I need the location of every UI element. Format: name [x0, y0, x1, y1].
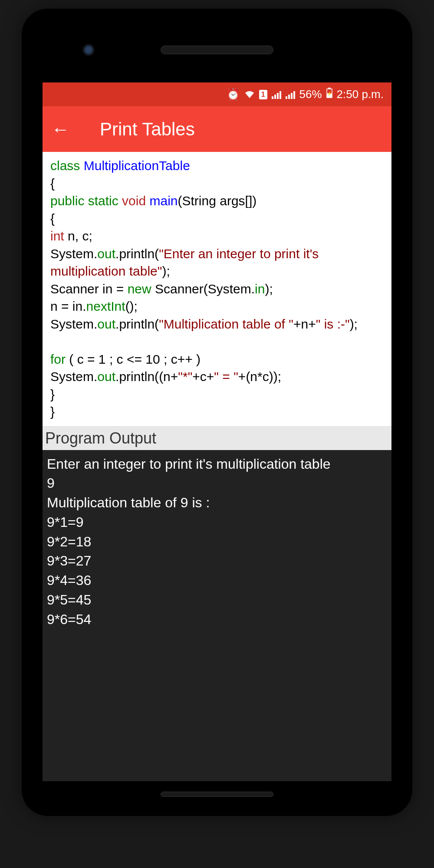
code-line: } — [50, 403, 384, 421]
status-bar: ⏰ 1 56% ⚡ 2:50 p.m. — [43, 82, 391, 106]
code-line: { — [50, 210, 384, 228]
code-line: Scanner in = new Scanner(System.in); — [50, 280, 384, 298]
code-line: n = in.nextInt(); — [50, 298, 384, 316]
signal-icon-2 — [286, 90, 295, 99]
phone-bottom-bezel — [30, 781, 404, 807]
battery-icon: ⚡ — [326, 88, 332, 101]
phone-frame: ⏰ 1 56% ⚡ 2:50 p.m. ← Print Tables — [22, 9, 412, 816]
code-line: int n, c; — [50, 227, 384, 245]
signal-icon-1 — [272, 90, 281, 99]
output-line: Enter an integer to print it's multiplic… — [47, 454, 387, 474]
output-line: 9*3=27 — [47, 551, 387, 571]
output-header: Program Output — [43, 426, 391, 450]
sim-badge: 1 — [259, 90, 267, 99]
back-button[interactable]: ← — [51, 119, 69, 140]
code-line: System.out.println("Enter an integer to … — [50, 245, 384, 280]
status-icons: ⏰ 1 56% ⚡ 2:50 p.m. — [226, 88, 384, 101]
output-line: 9*5=45 — [47, 590, 387, 610]
code-line: class MultiplicationTable — [50, 157, 384, 175]
code-line: { — [50, 175, 384, 193]
code-viewer[interactable]: class MultiplicationTable { public stati… — [43, 152, 391, 426]
code-line: for ( c = 1 ; c <= 10 ; c++ ) — [50, 351, 384, 368]
battery-percent: 56% — [299, 88, 322, 101]
alarm-icon: ⏰ — [226, 88, 240, 101]
code-line — [50, 333, 384, 351]
wifi-icon — [244, 88, 255, 101]
output-line: 9*6=54 — [47, 610, 387, 629]
phone-body: ⏰ 1 56% ⚡ 2:50 p.m. ← Print Tables — [30, 17, 404, 807]
phone-top-bezel — [30, 17, 404, 82]
code-line: System.out.println((n+"*"+c+" = "+(n*c))… — [50, 368, 384, 386]
output-line: Multiplication table of 9 is : — [47, 493, 387, 513]
output-line: 9*4=36 — [47, 571, 387, 590]
svg-text:⚡: ⚡ — [327, 91, 332, 96]
output-line: 9*1=9 — [47, 513, 387, 532]
clock-time: 2:50 p.m. — [337, 88, 384, 101]
output-line: 9 — [47, 473, 387, 493]
front-camera — [82, 44, 95, 56]
screen: ⏰ 1 56% ⚡ 2:50 p.m. ← Print Tables — [43, 82, 391, 781]
output-console[interactable]: Enter an integer to print it's multiplic… — [43, 450, 391, 782]
code-line: System.out.println("Multiplication table… — [50, 316, 384, 333]
earpiece-speaker — [161, 46, 273, 54]
output-line: 9*2=18 — [47, 532, 387, 552]
page-title: Print Tables — [100, 119, 195, 140]
app-bar: ← Print Tables — [43, 106, 391, 152]
bottom-speaker — [161, 792, 273, 797]
code-line: } — [50, 386, 384, 404]
code-line: public static void main(String args[]) — [50, 192, 384, 210]
